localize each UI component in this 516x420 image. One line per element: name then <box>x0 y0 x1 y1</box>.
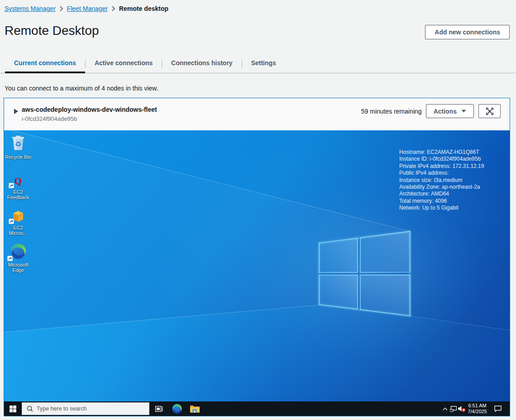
tray-volume-muted-icon[interactable] <box>457 401 467 416</box>
info-line: Instance ID: i-0fcd324f904ade95b <box>399 156 484 162</box>
svg-text:♻: ♻ <box>15 140 21 148</box>
breadcrumb-link-fleet-manager[interactable]: Fleet Manager <box>67 5 108 12</box>
volume-muted-icon <box>458 406 466 412</box>
svg-text:Q: Q <box>14 176 22 186</box>
tabs-bar: Current connections Active connections C… <box>0 56 516 73</box>
file-explorer-icon <box>190 405 200 413</box>
desktop-icon-label: Recycle Bin <box>5 154 31 160</box>
info-line: Availability Zone: ap-northeast-2a <box>399 184 484 191</box>
magnifier-icon <box>27 406 33 412</box>
tab-label: Settings <box>251 59 276 67</box>
task-view-icon <box>155 406 163 412</box>
expand-arrow-icon[interactable] <box>14 109 18 114</box>
connection-panel: aws-codedeploy-windows-dev-windows-fleet… <box>4 98 510 416</box>
info-line: Instance size: t3a.medium <box>399 177 484 184</box>
add-new-connections-button[interactable]: Add new connections <box>425 25 510 39</box>
fullscreen-button[interactable] <box>478 104 501 118</box>
info-line: Architecture: AMD64 <box>399 191 484 197</box>
clock-date: 7/4/2025 <box>468 409 487 415</box>
chevron-up-icon <box>443 407 448 410</box>
action-center-button[interactable] <box>491 401 505 416</box>
fullscreen-icon <box>486 108 493 115</box>
tab-label: Active connections <box>95 59 153 67</box>
info-line: Network: Up to 5 Gigabit <box>399 205 484 211</box>
desktop-icon-recycle-bin[interactable]: ♻ Recycle Bin <box>4 134 32 160</box>
actions-button-label: Actions <box>434 108 457 115</box>
connection-panel-header: aws-codedeploy-windows-dev-windows-fleet… <box>4 98 510 130</box>
clock-time: 6:51 AM <box>468 403 486 409</box>
desktop-icon-ec2-microsoft[interactable]: EC2Micros... <box>4 210 32 236</box>
amazon-q-icon: Q <box>11 176 25 188</box>
tab-label: Current connections <box>14 59 76 67</box>
tab-active-connections[interactable]: Active connections <box>86 56 162 73</box>
connection-name: aws-codedeploy-windows-dev-windows-fleet <box>22 105 157 114</box>
desktop-icon-microsoft-edge[interactable]: MicrosoftEdge <box>4 243 32 273</box>
info-line: Private IPv4 address: 172.31.12.19 <box>399 163 484 170</box>
desktop-icon-label: EC2Micros... <box>9 225 28 236</box>
action-center-icon <box>494 406 502 412</box>
info-line: Public IPv4 address: <box>399 170 484 177</box>
search-icon <box>27 406 33 412</box>
instance-info-overlay: Hostname: EC2AMAZ-HG1Q86T Instance ID: i… <box>399 149 484 212</box>
package-icon <box>11 210 25 224</box>
windows-taskbar: 6:51 AM 7/4/2025 <box>4 401 510 416</box>
actions-button[interactable]: Actions <box>426 104 474 118</box>
taskbar-search[interactable] <box>22 402 149 415</box>
time-remaining: 59 minutes remaining <box>361 108 422 115</box>
taskbar-search-input[interactable] <box>37 406 127 412</box>
breadcrumb-current: Remote desktop <box>119 5 168 12</box>
task-view-button[interactable] <box>151 401 167 416</box>
desktop-icon-ec2-feedback[interactable]: Q EC2Feedback <box>4 176 32 200</box>
start-button[interactable] <box>4 401 22 416</box>
info-line: Hostname: EC2AMAZ-HG1Q86T <box>399 149 484 156</box>
shortcut-arrow-icon <box>9 218 14 226</box>
connection-instance-id: i-0fcd324f904ade95b <box>22 115 77 123</box>
tab-label: Connections history <box>171 59 232 67</box>
breadcrumb-link-systems-manager[interactable]: Systems Manager <box>5 5 56 12</box>
desktop-icon-label: EC2Feedback <box>7 189 29 200</box>
edge-icon <box>10 243 26 261</box>
tab-connections-history[interactable]: Connections history <box>162 56 241 73</box>
desktop-icon-label: MicrosoftEdge <box>8 262 29 273</box>
breadcrumb: Systems Manager Fleet Manager Remote des… <box>5 5 168 12</box>
breadcrumb-separator-icon <box>60 6 63 11</box>
connection-header-actions: 59 minutes remaining Actions <box>361 104 501 118</box>
recycle-bin-icon: ♻ <box>10 134 26 153</box>
shortcut-arrow-icon <box>9 182 14 190</box>
network-icon <box>450 406 457 412</box>
taskbar-edge-button[interactable] <box>169 401 185 416</box>
file-explorer-button[interactable] <box>186 401 203 416</box>
info-line: Total memory: 4096 <box>399 198 484 205</box>
edge-icon <box>172 404 182 414</box>
shortcut-arrow-icon <box>7 255 13 263</box>
taskbar-clock[interactable]: 6:51 AM 7/4/2025 <box>468 401 487 416</box>
remote-desktop-viewport[interactable]: ♻ Recycle Bin Q EC2Feedback <box>4 130 510 416</box>
page-title: Remote Desktop <box>5 23 99 38</box>
breadcrumb-separator-icon <box>112 6 115 11</box>
caret-down-icon <box>461 110 466 113</box>
tab-settings[interactable]: Settings <box>242 56 285 73</box>
max-nodes-note: You can connect to a maximum of 4 nodes … <box>5 85 158 92</box>
tab-current-connections[interactable]: Current connections <box>5 56 85 73</box>
windows-logo-icon <box>10 406 16 412</box>
